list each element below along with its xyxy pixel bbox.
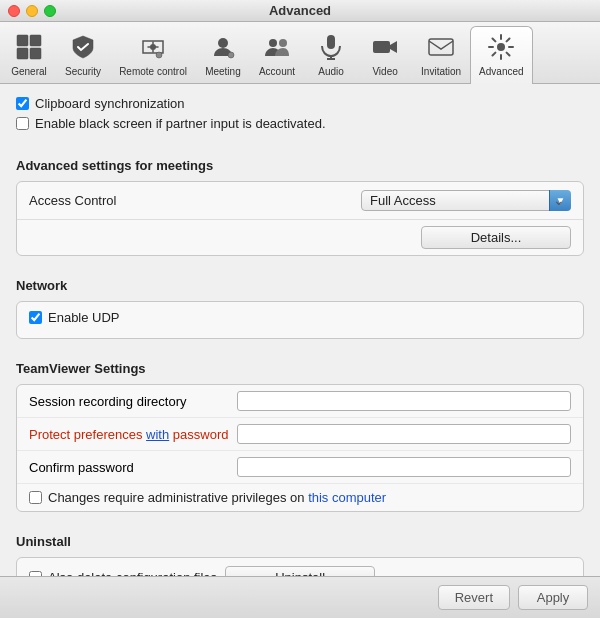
- advanced-settings-section: Advanced settings for meetings Access Co…: [16, 148, 584, 256]
- uninstall-button[interactable]: Uninstall: [225, 566, 375, 576]
- svg-point-5: [156, 52, 162, 58]
- minimize-button[interactable]: [26, 5, 38, 17]
- network-title: Network: [16, 278, 584, 293]
- svg-rect-0: [17, 35, 28, 46]
- maximize-button[interactable]: [44, 5, 56, 17]
- tab-general[interactable]: General: [2, 26, 56, 83]
- clipboard-sync-checkbox[interactable]: [16, 97, 29, 110]
- uninstall-section: Uninstall Also delete configuration file…: [16, 524, 584, 576]
- network-section: Network Enable UDP: [16, 268, 584, 339]
- svg-rect-10: [327, 35, 335, 49]
- security-icon: [67, 31, 99, 63]
- svg-point-9: [279, 39, 287, 47]
- invitation-icon: [425, 31, 457, 63]
- access-control-select[interactable]: Full Access Confirm All View & Show Cust…: [361, 190, 561, 211]
- enable-udp-row: Enable UDP: [29, 310, 571, 325]
- advanced-settings-title: Advanced settings for meetings: [16, 158, 584, 173]
- tab-meeting-label: Meeting: [205, 66, 241, 77]
- top-checkboxes-section: Clipboard synchronization Enable black s…: [16, 96, 584, 136]
- protect-preferences-row: Protect preferences with password: [17, 418, 583, 451]
- admin-label-link: this computer: [308, 490, 386, 505]
- advanced-icon: [485, 31, 517, 63]
- svg-point-8: [269, 39, 277, 47]
- session-recording-row: Session recording directory: [17, 385, 583, 418]
- enable-udp-checkbox[interactable]: [29, 311, 42, 324]
- session-recording-label: Session recording directory: [29, 394, 229, 409]
- clipboard-sync-label: Clipboard synchronization: [35, 96, 185, 111]
- enable-udp-label: Enable UDP: [48, 310, 120, 325]
- svg-point-6: [218, 38, 228, 48]
- confirm-password-label: Confirm password: [29, 460, 229, 475]
- svg-rect-13: [373, 41, 390, 53]
- network-box: Enable UDP: [16, 301, 584, 339]
- protect-text-password: password: [169, 427, 228, 442]
- access-select-container: Full Access Confirm All View & Show Cust…: [361, 190, 571, 211]
- remote-control-icon: [137, 31, 169, 63]
- window-title: Advanced: [269, 3, 331, 18]
- title-bar: Advanced: [0, 0, 600, 22]
- protect-preferences-label: Protect preferences with password: [29, 427, 229, 442]
- tab-video-label: Video: [372, 66, 397, 77]
- close-button[interactable]: [8, 5, 20, 17]
- bottom-bar: Revert Apply: [0, 576, 600, 618]
- admin-label-text1: Changes require administrative privilege…: [48, 490, 308, 505]
- access-control-row: Access Control Full Access Confirm All V…: [17, 182, 583, 220]
- traffic-lights: [8, 5, 56, 17]
- svg-rect-14: [429, 39, 453, 55]
- tab-remote-control[interactable]: Remote control: [110, 26, 196, 83]
- toolbar: General Security Remote control: [0, 22, 600, 84]
- protect-text-red: Protect preferences: [29, 427, 146, 442]
- uninstall-title: Uninstall: [16, 534, 584, 549]
- confirm-password-row: Confirm password: [17, 451, 583, 484]
- uninstall-box: Also delete configuration files Uninstal…: [16, 557, 584, 576]
- tab-advanced[interactable]: Advanced: [470, 26, 532, 84]
- tab-meeting[interactable]: Meeting: [196, 26, 250, 83]
- tab-security-label: Security: [65, 66, 101, 77]
- video-icon: [369, 31, 401, 63]
- tab-audio[interactable]: Audio: [304, 26, 358, 83]
- svg-rect-3: [30, 48, 41, 59]
- select-arrow: ▼: [549, 190, 571, 211]
- teamviewer-settings-title: TeamViewer Settings: [16, 361, 584, 376]
- tab-remote-control-label: Remote control: [119, 66, 187, 77]
- details-button[interactable]: Details...: [421, 226, 571, 249]
- teamviewer-settings-section: TeamViewer Settings Session recording di…: [16, 351, 584, 512]
- black-screen-label: Enable black screen if partner input is …: [35, 116, 326, 131]
- uninstall-row: Also delete configuration files Uninstal…: [17, 558, 583, 576]
- admin-privileges-label: Changes require administrative privilege…: [48, 490, 386, 505]
- clipboard-sync-row: Clipboard synchronization: [16, 96, 584, 111]
- content-area: Clipboard synchronization Enable black s…: [0, 84, 600, 576]
- tab-account[interactable]: Account: [250, 26, 304, 83]
- advanced-settings-box: Access Control Full Access Confirm All V…: [16, 181, 584, 256]
- admin-privileges-checkbox[interactable]: [29, 491, 42, 504]
- svg-rect-2: [17, 48, 28, 59]
- meeting-icon: [207, 31, 239, 63]
- black-screen-row: Enable black screen if partner input is …: [16, 116, 584, 131]
- tab-advanced-label: Advanced: [479, 66, 523, 77]
- revert-button[interactable]: Revert: [438, 585, 510, 610]
- protect-link-with: with: [146, 427, 169, 442]
- access-control-label: Access Control: [29, 193, 149, 208]
- tab-security[interactable]: Security: [56, 26, 110, 83]
- access-select-wrapper: Full Access Confirm All View & Show Cust…: [157, 190, 571, 211]
- tab-audio-label: Audio: [318, 66, 344, 77]
- teamviewer-settings-box: Session recording directory Protect pref…: [16, 384, 584, 512]
- session-recording-input[interactable]: [237, 391, 571, 411]
- chevron-down-icon: ▼: [556, 196, 566, 206]
- svg-point-7: [228, 52, 234, 58]
- confirm-password-input[interactable]: [237, 457, 571, 477]
- tab-invitation-label: Invitation: [421, 66, 461, 77]
- general-icon: [13, 31, 45, 63]
- svg-point-15: [497, 43, 505, 51]
- svg-point-4: [150, 44, 156, 50]
- svg-rect-1: [30, 35, 41, 46]
- apply-button[interactable]: Apply: [518, 585, 588, 610]
- tab-account-label: Account: [259, 66, 295, 77]
- account-icon: [261, 31, 293, 63]
- black-screen-checkbox[interactable]: [16, 117, 29, 130]
- tab-video[interactable]: Video: [358, 26, 412, 83]
- details-row: Details...: [17, 220, 583, 255]
- audio-icon: [315, 31, 347, 63]
- protect-preferences-input[interactable]: [237, 424, 571, 444]
- tab-invitation[interactable]: Invitation: [412, 26, 470, 83]
